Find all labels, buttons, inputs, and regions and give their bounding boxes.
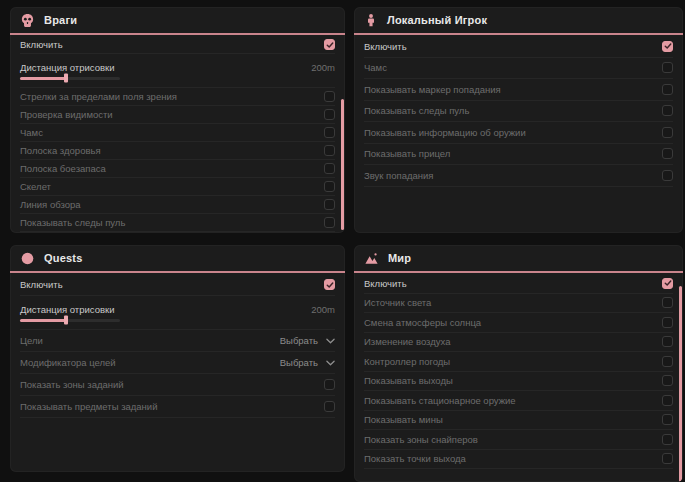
- row-select[interactable]: Модификатора целейВыбрать: [20, 352, 335, 374]
- select-dropdown[interactable]: Выбрать: [280, 335, 335, 346]
- row-slider[interactable]: Дистанция отрисовки200m: [20, 54, 335, 88]
- checkbox[interactable]: [324, 199, 335, 210]
- row-label: Включить: [364, 41, 407, 52]
- checkbox[interactable]: [662, 170, 673, 181]
- row-toggle[interactable]: Чамс: [20, 124, 335, 142]
- row-toggle[interactable]: Чамс: [364, 58, 673, 80]
- checkbox[interactable]: [662, 84, 673, 95]
- row-toggle[interactable]: Проверка видимости: [20, 106, 335, 124]
- panel-rows: ВключитьИсточник светаСмена атмосферы со…: [354, 273, 683, 469]
- checkbox[interactable]: [662, 414, 673, 425]
- row-toggle[interactable]: Показывать выходы: [364, 372, 673, 392]
- panel-title: Мир: [388, 252, 411, 264]
- row-toggle[interactable]: Звук попадания: [364, 165, 673, 187]
- slider-value: 200m: [311, 62, 335, 73]
- row-toggle[interactable]: Полоска боезапаса: [20, 160, 335, 178]
- scrollbar-thumb[interactable]: [679, 286, 682, 482]
- row-label: Смена атмосферы солнца: [364, 317, 481, 328]
- checkbox[interactable]: [324, 127, 335, 138]
- row-label: Включить: [20, 39, 63, 50]
- row-label: Дистанция отрисовки: [20, 304, 114, 315]
- checkbox[interactable]: [662, 336, 673, 347]
- select-dropdown[interactable]: Выбрать: [280, 357, 335, 368]
- checkbox[interactable]: [662, 375, 673, 386]
- row-toggle[interactable]: Показывать следы пуль: [364, 101, 673, 123]
- slider-row-top: Дистанция отрисовки200m: [20, 62, 335, 73]
- mountain-icon: [364, 251, 379, 266]
- row-toggle[interactable]: Включить: [364, 36, 673, 58]
- row-toggle[interactable]: Включить: [20, 36, 335, 54]
- checkbox[interactable]: [324, 401, 335, 412]
- row-toggle[interactable]: Показать зоны заданий: [20, 374, 335, 396]
- row-label: Источник света: [364, 297, 431, 308]
- row-toggle[interactable]: Показывать мины: [364, 411, 673, 431]
- checkbox[interactable]: [324, 145, 335, 156]
- panel-local-player: Локальный Игрок ВключитьЧамсПоказывать м…: [354, 7, 683, 233]
- skull-icon: [20, 13, 35, 28]
- checkbox[interactable]: [324, 39, 335, 50]
- row-label: Полоска боезапаса: [20, 163, 106, 174]
- row-toggle[interactable]: Показать точки выхода: [364, 450, 673, 470]
- panel-title: Quests: [44, 252, 83, 264]
- slider-handle[interactable]: [64, 74, 68, 83]
- row-label: Показать зоны снайперов: [364, 434, 478, 445]
- checkbox[interactable]: [324, 217, 335, 228]
- row-label: Показывать прицел: [364, 148, 450, 159]
- checkbox[interactable]: [662, 62, 673, 73]
- checkbox[interactable]: [662, 395, 673, 406]
- panel-header: Quests: [10, 245, 345, 273]
- checkbox[interactable]: [662, 317, 673, 328]
- checkbox[interactable]: [662, 148, 673, 159]
- panel-world: Мир ВключитьИсточник светаСмена атмосфер…: [354, 245, 683, 482]
- row-slider[interactable]: Дистанция отрисовки200m: [20, 296, 335, 330]
- checkbox[interactable]: [324, 181, 335, 192]
- row-toggle[interactable]: Показывать предметы заданий: [20, 396, 335, 418]
- row-toggle[interactable]: Показывать прицел: [364, 144, 673, 166]
- slider-fill: [20, 319, 66, 322]
- checkbox[interactable]: [662, 434, 673, 445]
- row-label: Проверка видимости: [20, 109, 113, 120]
- row-toggle[interactable]: Включить: [20, 274, 335, 296]
- row-toggle[interactable]: Смена атмосферы солнца: [364, 313, 673, 333]
- row-label: Показать зоны заданий: [20, 379, 124, 390]
- checkbox[interactable]: [662, 278, 673, 289]
- row-label: Показывать следы пуль: [20, 217, 125, 228]
- checkbox[interactable]: [662, 105, 673, 116]
- checkbox[interactable]: [662, 41, 673, 52]
- checkbox[interactable]: [324, 91, 335, 102]
- checkbox[interactable]: [324, 109, 335, 120]
- row-toggle[interactable]: Включить: [364, 274, 673, 294]
- checkbox[interactable]: [662, 356, 673, 367]
- checkbox[interactable]: [324, 379, 335, 390]
- select-value: Выбрать: [280, 335, 318, 346]
- slider-track[interactable]: [20, 319, 120, 322]
- row-toggle[interactable]: Полоска здоровья: [20, 142, 335, 160]
- row-toggle[interactable]: Показывать информацию об оружии: [364, 122, 673, 144]
- row-toggle[interactable]: Скелет: [20, 178, 335, 196]
- slider-handle[interactable]: [64, 316, 68, 325]
- slider-track[interactable]: [20, 77, 120, 80]
- row-toggle[interactable]: Показать зоны снайперов: [364, 430, 673, 450]
- row-toggle[interactable]: Показывать маркер попадания: [364, 79, 673, 101]
- checkbox[interactable]: [662, 127, 673, 138]
- checkbox[interactable]: [662, 453, 673, 464]
- checkbox[interactable]: [662, 297, 673, 308]
- row-select[interactable]: ЦелиВыбрать: [20, 330, 335, 352]
- row-toggle[interactable]: Контроллер погоды: [364, 352, 673, 372]
- checkbox[interactable]: [324, 163, 335, 174]
- row-label: Звук попадания: [364, 170, 434, 181]
- row-toggle[interactable]: Стрелки за пределами поля зрения: [20, 88, 335, 106]
- row-toggle[interactable]: Источник света: [364, 294, 673, 314]
- row-label: Показывать стационарное оружие: [364, 395, 516, 406]
- checkbox[interactable]: [324, 279, 335, 290]
- row-label: Включить: [20, 279, 63, 290]
- scrollbar-thumb[interactable]: [341, 99, 344, 230]
- panel-rows: ВключитьДистанция отрисовки200mЦелиВыбра…: [10, 273, 345, 418]
- row-toggle[interactable]: Показывать следы пуль: [20, 214, 335, 232]
- row-label: Модификатора целей: [20, 357, 116, 368]
- row-label: Дистанция отрисовки: [20, 62, 114, 73]
- chevron-down-icon: [326, 338, 335, 344]
- row-toggle[interactable]: Изменение воздуха: [364, 333, 673, 353]
- row-toggle[interactable]: Показывать стационарное оружие: [364, 391, 673, 411]
- row-toggle[interactable]: Линия обзора: [20, 196, 335, 214]
